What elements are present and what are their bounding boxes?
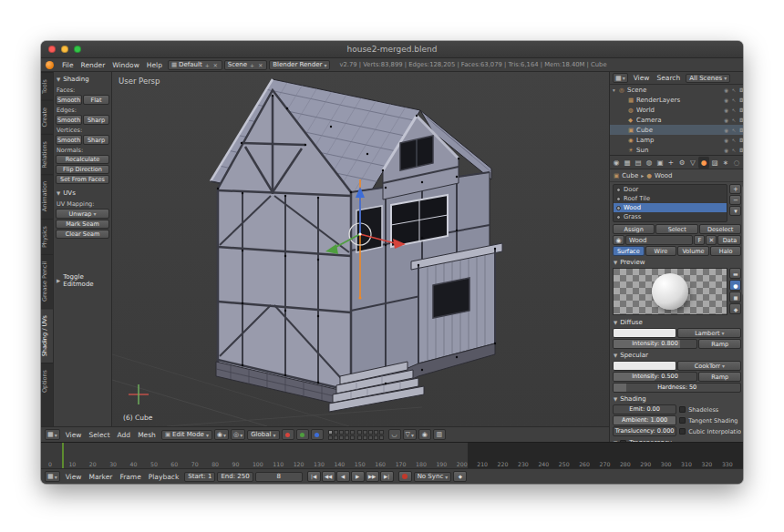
tool-shelf-tab[interactable]: Grease Pencil bbox=[41, 254, 53, 308]
breadcrumb-object[interactable]: Cube bbox=[622, 172, 638, 179]
visibility-toggle-icons[interactable]: ◉ ↖ ◘ bbox=[724, 148, 743, 153]
view3d-menu[interactable]: Mesh bbox=[134, 431, 160, 439]
toolshelf-button[interactable]: Smooth bbox=[56, 115, 82, 125]
render-engine-selector[interactable]: Blender Render ▾ bbox=[269, 60, 330, 70]
data-pin-button[interactable]: Data bbox=[717, 235, 741, 245]
browse-material-button[interactable]: ◉ bbox=[613, 235, 624, 245]
snap-element-selector[interactable]: ▽ ▾ bbox=[403, 429, 417, 440]
diffuse-ramp-button[interactable]: Ramp bbox=[698, 339, 741, 349]
view3d-menu[interactable]: Select bbox=[85, 431, 113, 439]
view3d-menu[interactable]: View bbox=[62, 431, 86, 439]
record-button[interactable] bbox=[398, 471, 412, 482]
specular-panel-header[interactable]: ▼ Specular bbox=[613, 350, 741, 361]
timeline-playhead[interactable] bbox=[62, 443, 64, 468]
visibility-toggle-icons[interactable]: ◉ ↖ ◘ bbox=[724, 138, 743, 143]
minimize-window-button[interactable] bbox=[61, 46, 68, 53]
timeline-menu[interactable]: Playback bbox=[145, 473, 182, 481]
tool-shelf-tab[interactable]: Relations bbox=[41, 134, 53, 175]
playback-button[interactable]: ◀ bbox=[336, 471, 350, 482]
toolshelf-button[interactable]: Clear Seam bbox=[56, 230, 109, 239]
properties-tab-icon[interactable]: ● bbox=[698, 157, 709, 169]
material-type-tab[interactable]: Halo bbox=[710, 246, 742, 256]
slot-action-button[interactable]: Select bbox=[655, 224, 697, 234]
render-opengl-button[interactable]: ◉ bbox=[418, 429, 431, 440]
specular-ramp-button[interactable]: Ramp bbox=[698, 372, 741, 382]
tool-shelf-tab[interactable]: Physics bbox=[41, 219, 53, 254]
shading-panel-header[interactable]: ▼ Shading bbox=[56, 74, 109, 85]
toggle-editmode-panel[interactable]: ▶ Toggle Editmode bbox=[56, 271, 109, 290]
view3d-menu[interactable]: Add bbox=[114, 431, 135, 439]
shading-checkbox[interactable]: ✓ Tangent Shading bbox=[677, 415, 741, 425]
transform-orientation-selector[interactable]: Global ▾ bbox=[247, 430, 279, 440]
snap-magnet-button[interactable]: ◡ bbox=[388, 429, 401, 440]
properties-tab-icon[interactable]: ▽ bbox=[687, 157, 698, 169]
editor-type-selector[interactable]: ▦ ▾ bbox=[45, 429, 60, 440]
outliner-item[interactable]: ◆ Camera ◉ ↖ ◘ bbox=[610, 115, 743, 125]
timeline-menu[interactable]: Frame bbox=[116, 473, 144, 481]
timeline-ruler[interactable]: 0102030405060708090100110120130140150160… bbox=[41, 442, 743, 468]
properties-tab-icon[interactable]: ▣ bbox=[655, 157, 665, 169]
toolshelf-button[interactable]: Sharp bbox=[83, 115, 109, 125]
material-type-tab[interactable]: Wire bbox=[645, 246, 677, 256]
properties-tab-icon[interactable]: ◍ bbox=[644, 157, 655, 169]
editor-type-selector[interactable]: ▦ ▾ bbox=[45, 471, 60, 482]
material-type-tab[interactable]: Volume bbox=[677, 246, 709, 256]
visibility-toggle-icons[interactable]: ◉ ↖ ◘ bbox=[724, 128, 743, 133]
outliner-item[interactable]: ▣ Cube ◉ ↖ ◘ bbox=[610, 125, 743, 135]
toolshelf-button[interactable]: Recalculate bbox=[56, 155, 109, 164]
frame-start-field[interactable]: Start: 1 bbox=[184, 472, 215, 482]
manipulator-translate-button[interactable] bbox=[282, 429, 294, 440]
info-menu[interactable]: Window bbox=[108, 61, 143, 69]
diffuse-shader-selector[interactable]: Lambert ▾ bbox=[677, 328, 741, 338]
slot-action-button[interactable]: Deselect bbox=[699, 224, 741, 234]
pivot-point-selector[interactable]: ◎ ▾ bbox=[231, 429, 245, 440]
unwrap-dropdown[interactable]: Unwrap ▾ bbox=[56, 209, 109, 219]
specular-shader-selector[interactable]: CookTorr ▾ bbox=[677, 361, 741, 371]
outliner-item[interactable]: ☀ Sun ◉ ↖ ◘ bbox=[610, 145, 743, 155]
properties-tab-icon[interactable]: ▦ bbox=[622, 157, 633, 169]
toolshelf-button[interactable]: Sharp bbox=[83, 135, 109, 145]
visibility-toggle-icons[interactable]: ◉ ↖ ◘ bbox=[724, 97, 743, 103]
tool-shelf-tab[interactable]: Create bbox=[41, 100, 53, 134]
info-menu[interactable]: File bbox=[58, 61, 77, 69]
material-slot[interactable]: Door bbox=[614, 185, 727, 194]
viewport-3d[interactable]: User Persp (6) Cube bbox=[112, 72, 609, 426]
properties-tab-icon[interactable]: ▨ bbox=[709, 157, 720, 169]
toolshelf-button[interactable]: Flip Direction bbox=[56, 165, 109, 174]
breadcrumb-material[interactable]: Wood bbox=[655, 172, 673, 179]
playback-button[interactable]: ◀◀ bbox=[322, 471, 335, 482]
playback-button[interactable]: |◀ bbox=[307, 471, 321, 482]
playback-button[interactable]: ▶▶ bbox=[366, 471, 379, 482]
outliner-item[interactable]: ◉ Lamp ◉ ↖ ◘ bbox=[610, 135, 743, 145]
blender-logo-icon[interactable] bbox=[46, 61, 54, 69]
sync-mode-selector[interactable]: No Sync ▾ bbox=[414, 472, 452, 482]
toolshelf-button[interactable]: Set From Faces bbox=[56, 175, 109, 184]
shading-value-slider[interactable]: Translucency: 0.000 bbox=[613, 426, 676, 436]
toolshelf-button[interactable]: Flat bbox=[83, 95, 109, 105]
remove-slot-button[interactable]: − bbox=[729, 195, 741, 205]
slot-specials-menu[interactable]: ▾ bbox=[729, 206, 741, 216]
titlebar[interactable]: house2-merged.blend bbox=[41, 41, 743, 58]
properties-tab-icon[interactable]: + bbox=[665, 157, 676, 169]
hardness-slider[interactable]: Hardness: 50 bbox=[613, 383, 741, 393]
editor-type-selector[interactable]: ▦ ▾ bbox=[613, 73, 628, 83]
current-frame-field[interactable]: 8 bbox=[255, 472, 303, 482]
preview-panel-header[interactable]: ▼ Preview bbox=[613, 257, 741, 268]
material-name-field[interactable]: Wood bbox=[625, 235, 693, 245]
frame-end-field[interactable]: End: 250 bbox=[217, 472, 253, 482]
preview-type-button[interactable]: ◆ bbox=[729, 303, 741, 314]
layers-widget[interactable] bbox=[328, 430, 384, 440]
timeline-menu[interactable]: View bbox=[62, 473, 86, 481]
add-layout-button[interactable]: + bbox=[204, 62, 211, 68]
toolshelf-button[interactable]: Mark Seam bbox=[56, 220, 109, 229]
visibility-toggle-icons[interactable]: ◉ ↖ ◘ bbox=[724, 107, 743, 113]
timeline-menu[interactable]: Marker bbox=[85, 473, 116, 481]
properties-scrollbar[interactable] bbox=[742, 186, 743, 295]
outliner-menu[interactable]: Search bbox=[653, 74, 684, 82]
fake-user-button[interactable]: F bbox=[694, 235, 705, 245]
material-type-tab[interactable]: Surface bbox=[613, 246, 645, 256]
shading-checkbox[interactable]: ✓ Cubic Interpolation bbox=[677, 426, 741, 436]
tool-shelf-tab[interactable]: Tools bbox=[41, 72, 53, 100]
diffuse-color-swatch[interactable] bbox=[613, 328, 676, 338]
info-menu[interactable]: Help bbox=[143, 61, 166, 69]
